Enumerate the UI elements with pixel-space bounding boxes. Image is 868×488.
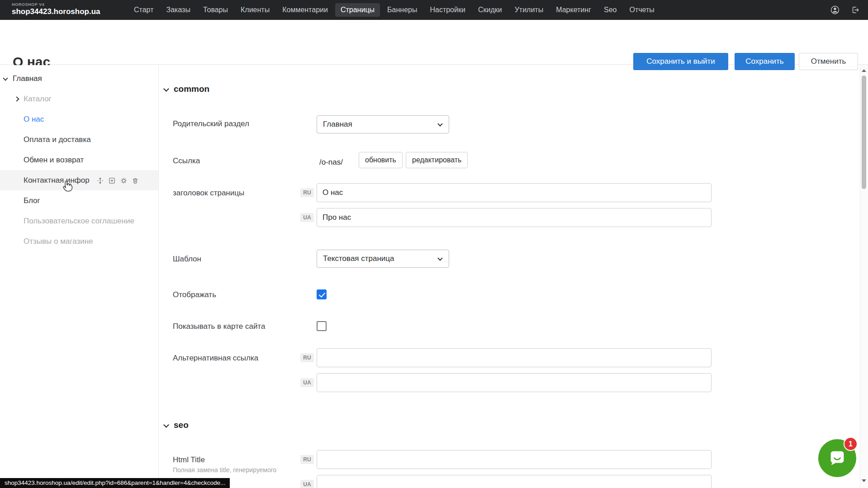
page-title-field-label: заголовок страницы <box>173 189 244 198</box>
template-select[interactable]: Текстовая страница <box>317 250 449 268</box>
parent-section-label: Родительский раздел <box>173 119 249 128</box>
nav-item[interactable]: Баннеры <box>382 3 422 17</box>
lang-badge-ua: UA <box>300 378 314 387</box>
sitemap-checkbox[interactable] <box>317 321 327 331</box>
html-title-hint: Полная замена title, генерируемого <box>173 466 313 474</box>
scrollbar-thumb[interactable] <box>862 76 866 189</box>
html-title-ru-input[interactable] <box>317 450 711 469</box>
nav-item[interactable]: Страницы <box>335 3 380 17</box>
nav-menu: СтартЗаказыТоварыКлиентыКомментарииСтран… <box>128 0 660 20</box>
nav-item[interactable]: Утилиты <box>509 3 549 17</box>
tree-item-label: Главная <box>13 74 42 83</box>
alt-link-ua-input[interactable] <box>317 373 711 392</box>
nav-item[interactable]: Старт <box>128 3 159 17</box>
tree-item[interactable]: О нас <box>0 109 158 129</box>
alt-link-label: Альтернативная ссылка <box>173 354 258 363</box>
pages-tree-sidebar: Главная Каталог <box>0 65 159 488</box>
section-seo-chevron-icon[interactable] <box>163 422 169 428</box>
display-checkbox[interactable] <box>317 289 327 299</box>
lang-badge-ua: UA <box>300 213 314 222</box>
top-navigation: HOROSHOP V4 shop34423.horoshop.ua СтартЗ… <box>0 0 868 20</box>
tree-item[interactable]: Контактная инфор <box>0 170 158 190</box>
page-title-ua-input[interactable] <box>317 208 711 227</box>
alt-link-ru-input[interactable] <box>317 348 711 367</box>
tree-item[interactable]: Главная <box>0 68 158 89</box>
lang-badge-ru: RU <box>300 188 314 197</box>
account-icon[interactable] <box>830 5 840 15</box>
tree-chevron-icon[interactable] <box>14 96 19 101</box>
chevron-down-icon <box>437 121 442 126</box>
link-refresh-button[interactable]: обновить <box>359 152 403 168</box>
tree-item-label: О нас <box>24 115 44 123</box>
parent-section-select[interactable]: Главная <box>317 115 449 133</box>
template-label: Шаблон <box>173 255 201 264</box>
tree-item[interactable]: Пользовательское соглашение <box>0 211 158 231</box>
brand-domain: shop34423.horoshop.ua <box>12 7 100 16</box>
scrollbar-up-arrow[interactable] <box>862 69 866 72</box>
nav-right-icons <box>830 0 860 20</box>
lang-badge-ru: RU <box>300 353 314 362</box>
tree-row-actions <box>96 177 139 185</box>
cancel-button[interactable]: Отменить <box>799 53 858 70</box>
save-and-exit-button[interactable]: Сохранить и выйти <box>633 53 728 70</box>
parent-section-select-value: Главная <box>323 120 352 128</box>
brand-logo[interactable]: HOROSHOP V4 shop34423.horoshop.ua <box>12 2 100 16</box>
status-url-tooltip: shop34423.horoshop.ua/edit/edit.php?id=6… <box>0 478 230 488</box>
link-edit-button[interactable]: редактировать <box>406 152 468 168</box>
nav-item[interactable]: Настройки <box>424 3 470 17</box>
tree-item[interactable]: Оплата и доставка <box>0 129 158 150</box>
html-title-ua-input[interactable] <box>317 475 711 488</box>
page-title-ru-input[interactable] <box>317 183 711 202</box>
chevron-down-icon <box>437 256 442 261</box>
chat-unread-badge: 1 <box>844 437 858 451</box>
save-button[interactable]: Сохранить <box>735 53 795 70</box>
template-select-value: Текстовая страница <box>323 254 394 263</box>
section-common-title[interactable]: common <box>174 84 209 94</box>
tree-item-label: Оплата и доставка <box>24 135 91 144</box>
link-path-value: /o-nas/ <box>319 156 343 168</box>
scrollbar-down-arrow[interactable] <box>862 479 866 482</box>
tree-item-label: Каталог <box>24 95 52 103</box>
lang-badge-ru: RU <box>300 455 314 464</box>
section-common-chevron-icon[interactable] <box>163 86 169 92</box>
tree-item[interactable]: Каталог <box>0 89 158 109</box>
section-seo-title[interactable]: seo <box>174 420 189 430</box>
tree-item-label: Блог <box>24 196 40 205</box>
nav-item[interactable]: Отчеты <box>624 3 659 17</box>
nav-item[interactable]: Скидки <box>473 3 508 17</box>
lang-badge-ua: UA <box>300 480 314 488</box>
tree-list: Главная Каталог <box>0 65 158 251</box>
tree-item[interactable]: Обмен и возврат <box>0 150 158 170</box>
html-title-label: Html Title <box>173 455 205 464</box>
chat-bubble-icon <box>827 448 848 469</box>
settings-gear-icon[interactable] <box>120 177 128 185</box>
link-label: Ссылка <box>173 156 200 166</box>
nav-item[interactable]: Клиенты <box>235 3 275 17</box>
page-header: О нас Сохранить и выйти Сохранить Отмени… <box>0 20 868 65</box>
display-label: Отображать <box>173 290 216 299</box>
add-page-icon[interactable] <box>108 177 116 185</box>
nav-item[interactable]: Заказы <box>161 3 195 17</box>
tree-item-label: Пользовательское соглашение <box>24 217 134 225</box>
nav-item[interactable]: Seo <box>598 3 622 17</box>
tree-item[interactable]: Отзывы о магазине <box>0 231 158 251</box>
tree-item-label: Контактная инфор <box>24 176 90 185</box>
nav-item[interactable]: Маркетинг <box>550 3 597 17</box>
tree-item-label: Обмен и возврат <box>24 156 84 164</box>
sitemap-label: Показывать в карте сайта <box>173 322 265 331</box>
tree-chevron-icon[interactable] <box>3 76 8 81</box>
move-icon[interactable] <box>96 177 104 185</box>
tree-item[interactable]: Блог <box>0 190 158 211</box>
nav-item[interactable]: Товары <box>198 3 233 17</box>
delete-trash-icon[interactable] <box>132 177 139 185</box>
nav-item[interactable]: Комментарии <box>277 3 333 17</box>
brand-version: HOROSHOP V4 <box>12 2 100 7</box>
tree-item-label: Отзывы о магазине <box>24 237 93 246</box>
logout-icon[interactable] <box>851 5 860 14</box>
